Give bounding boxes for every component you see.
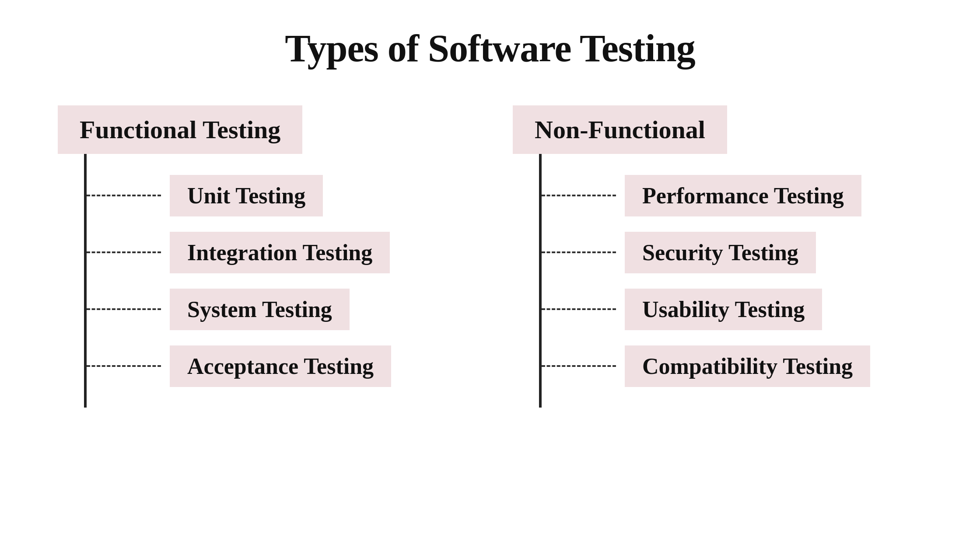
dashed-line xyxy=(87,251,161,253)
non-functional-items-list: Performance Testing Security Testing Usa… xyxy=(542,154,870,408)
non-functional-category-label: Non-Functional xyxy=(513,105,727,154)
list-item: Compatibility Testing xyxy=(542,338,870,394)
item-usability-testing: Usability Testing xyxy=(625,289,822,330)
list-item: Integration Testing xyxy=(87,224,391,281)
list-item: Unit Testing xyxy=(87,167,391,224)
functional-category-label: Functional Testing xyxy=(58,105,302,154)
list-item: Performance Testing xyxy=(542,167,870,224)
functional-column: Functional Testing Unit Testing Integrat… xyxy=(58,105,467,408)
item-acceptance-testing: Acceptance Testing xyxy=(170,345,391,387)
dashed-line xyxy=(542,365,616,367)
list-item: System Testing xyxy=(87,281,391,338)
functional-items-list: Unit Testing Integration Testing System … xyxy=(87,154,391,408)
item-integration-testing: Integration Testing xyxy=(170,232,390,273)
item-compatibility-testing: Compatibility Testing xyxy=(625,345,870,387)
dashed-line xyxy=(542,251,616,253)
functional-tree: Unit Testing Integration Testing System … xyxy=(58,154,391,408)
list-item: Usability Testing xyxy=(542,281,870,338)
dashed-line xyxy=(87,308,161,310)
item-system-testing: System Testing xyxy=(170,289,350,330)
item-unit-testing: Unit Testing xyxy=(170,175,323,216)
non-functional-column: Non-Functional Performance Testing Secur… xyxy=(513,105,922,408)
dashed-line xyxy=(542,195,616,196)
content-area: Functional Testing Unit Testing Integrat… xyxy=(0,105,980,408)
dashed-line xyxy=(542,308,616,310)
page-title: Types of Software Testing xyxy=(285,26,695,70)
non-functional-tree: Performance Testing Security Testing Usa… xyxy=(513,154,870,408)
list-item: Acceptance Testing xyxy=(87,338,391,394)
item-security-testing: Security Testing xyxy=(625,232,816,273)
list-item: Security Testing xyxy=(542,224,870,281)
dashed-line xyxy=(87,195,161,196)
dashed-line xyxy=(87,365,161,367)
item-performance-testing: Performance Testing xyxy=(625,175,861,216)
